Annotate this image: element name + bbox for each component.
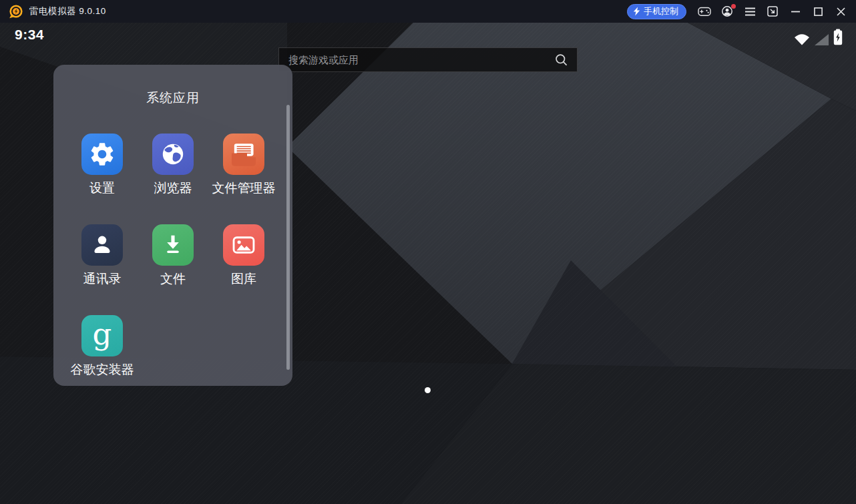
app-label: 通讯录 — [83, 270, 122, 288]
emulator-window: 雷电模拟器 9.0.10 手机控制 — [0, 0, 856, 504]
app-browser[interactable]: 浏览器 — [138, 134, 208, 198]
google-installer-icon: g — [81, 315, 123, 356]
file-manager-icon — [223, 134, 264, 175]
app-grid: 设置 浏览器 — [67, 134, 279, 379]
app-files[interactable]: 文件 — [138, 224, 208, 288]
notification-dot — [731, 4, 736, 9]
app-label: 文件管理器 — [212, 180, 276, 197]
battery-charging-icon — [833, 29, 843, 45]
app-settings[interactable]: 设置 — [67, 134, 138, 198]
cell-signal-icon — [815, 34, 829, 45]
panel-scrollbar[interactable] — [286, 105, 290, 370]
search-bar — [278, 47, 578, 72]
window-titlebar: 雷电模拟器 9.0.10 手机控制 — [0, 0, 856, 23]
folder-title: 系统应用 — [53, 89, 292, 107]
gamepad-button[interactable] — [693, 2, 716, 21]
search-input[interactable] — [288, 54, 554, 65]
browser-globe-icon — [152, 134, 194, 175]
gallery-photo-icon — [223, 224, 264, 266]
app-contacts[interactable]: 通讯录 — [67, 224, 138, 288]
phone-control-button[interactable]: 手机控制 — [627, 4, 686, 19]
status-clock: 9:34 — [15, 27, 44, 43]
ldplayer-logo-icon — [9, 4, 23, 19]
phone-control-label: 手机控制 — [644, 5, 678, 17]
app-label: 设置 — [89, 180, 115, 197]
app-label: 浏览器 — [154, 180, 192, 197]
app-file-manager[interactable]: 文件管理器 — [208, 134, 279, 198]
app-label: 谷歌安装器 — [71, 361, 134, 379]
contacts-person-icon — [81, 224, 123, 266]
mini-window-button[interactable] — [761, 2, 784, 21]
close-button[interactable] — [829, 2, 852, 21]
search-icon[interactable] — [554, 53, 569, 67]
minimize-button[interactable] — [784, 2, 807, 21]
app-label: 文件 — [160, 270, 186, 288]
android-screen: 9:34 — [0, 23, 856, 504]
app-google-installer[interactable]: g 谷歌安装器 — [67, 315, 138, 379]
page-indicator-dot — [425, 387, 431, 393]
g-letter: g — [93, 319, 112, 349]
lightning-icon — [633, 7, 640, 16]
settings-gear-icon — [81, 134, 123, 175]
folder-panel: 系统应用 设置 — [53, 65, 292, 386]
window-title: 雷电模拟器 9.0.10 — [29, 5, 106, 17]
files-download-icon — [152, 224, 194, 266]
app-gallery[interactable]: 图库 — [208, 224, 279, 288]
wifi-icon — [794, 33, 810, 45]
app-label: 图库 — [231, 270, 256, 288]
account-button[interactable] — [716, 2, 738, 21]
menu-button[interactable] — [738, 2, 761, 21]
maximize-button[interactable] — [807, 2, 829, 21]
